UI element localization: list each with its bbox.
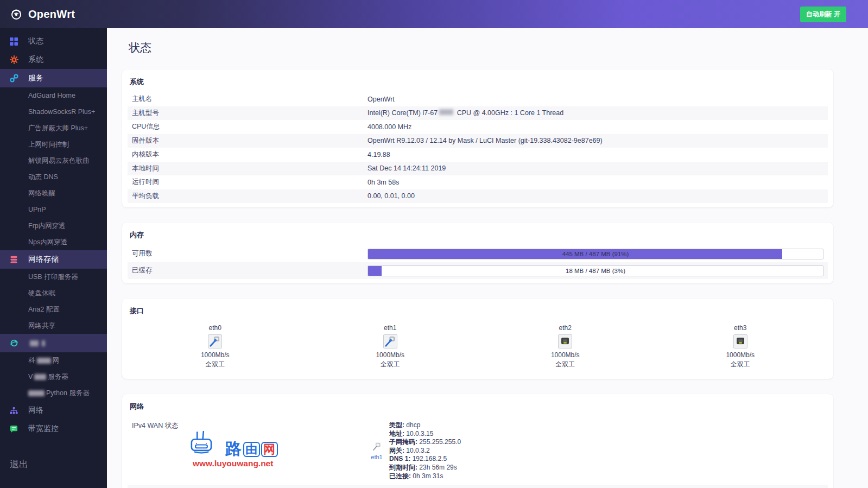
sidebar-item-network[interactable]: 网络 [0,401,107,420]
detail-line: DNS 1192.168.2.5 [389,455,461,464]
sidebar-item-bandwidth-monitor[interactable]: 带宽监控 [0,420,107,438]
sidebar-item-adblock-master[interactable]: 广告屏蔽大师 Plus+ [0,120,107,136]
sidebar-item-label: 网络存储 [28,255,59,264]
table-row: 内核版本 4.19.88 [128,148,828,162]
sidebar-item-network-share[interactable]: 网络共享 [0,318,107,334]
interface-eth2[interactable]: eth2 1000Mb/s 全双工 [478,324,653,369]
sidebar-item-censored-service[interactable] [0,334,107,352]
system-table: 主机名 OpenWrt 主机型号 Intel(R) Core(TM) i7-67… [128,92,828,203]
main-content: 状态 系统 主机名 OpenWrt 主机型号 Intel(R) Core(TM)… [107,28,868,488]
wan-ethernet-icon [372,446,382,453]
ipv6-wan-row: IPv6 WAN 状态 未连接 [128,485,828,488]
censored-text [37,358,51,364]
sidebar-item-time-control[interactable]: 上网时间控制 [0,136,107,153]
interface-eth0[interactable]: eth0 1000Mb/s 全双工 [128,324,303,369]
censored-text [42,340,45,346]
table-row: 本地时间 Sat Dec 14 14:24:11 2019 [128,162,828,176]
brand-title: OpenWrt [28,8,75,21]
router-icon [189,430,223,457]
interfaces-card: 接口 eth0 1000Mb/s 全双工 eth1 [122,299,833,379]
ethernet-port-icon [558,334,572,348]
interface-eth3[interactable]: eth3 1000Mb/s 全双工 [653,324,828,369]
link-icon [9,74,18,83]
table-row: 固件版本 OpenWrt R9.12.03 / 12.14 by Mask / … [128,134,828,148]
memory-card-title: 内存 [128,229,828,245]
sidebar-item-censored-sub-1[interactable]: 科 网 [0,352,107,369]
sidebar-item-shadowsocksr[interactable]: ShadowSocksR Plus+ [0,104,107,120]
logout-button[interactable]: 退出 [0,458,28,471]
interfaces-grid: eth0 1000Mb/s 全双工 eth1 [128,321,828,375]
sidebar-item-label: 带宽监控 [28,424,59,434]
ipv4-wan-status: eth1 类型dhcp 地址10.0.3.15 子网掩码255.255.255.… [368,421,461,480]
interfaces-card-title: 接口 [128,305,828,321]
sidebar: 状态 系统 服务 AdGuard Home ShadowSocksR Plus+… [0,28,107,488]
censored-text [30,340,39,346]
globe-icon [9,339,18,348]
sidebar-item-ddns[interactable]: 动态 DNS [0,169,107,185]
ipv4-details: 类型dhcp 地址10.0.3.15 子网掩码255.255.255.0 网关1… [389,421,461,480]
sidebar-item-adguard-home[interactable]: AdGuard Home [0,87,107,104]
detail-line: 已连接0h 3m 31s [389,472,461,481]
sitemap-icon [9,406,18,415]
sidebar-item-nps[interactable]: Nps内网穿透 [0,234,107,250]
sidebar-item-frp[interactable]: Frp内网穿透 [0,218,107,234]
gear-icon [9,55,18,65]
comment-icon [9,424,18,434]
table-row: CPU信息 4008.000 MHz [128,120,828,134]
memory-free-progressbar: 445 MB / 487 MB (91%) [368,249,823,259]
sidebar-item-services[interactable]: 服务 [0,69,107,87]
network-card-title: 网络 [128,401,828,417]
system-card-title: 系统 [128,76,828,92]
sidebar-item-censored-sub-2[interactable]: V 服务器 [0,369,107,385]
ethernet-plugged-icon [208,334,222,348]
table-row: 运行时间 0h 3m 58s [128,175,828,189]
database-icon [9,255,18,264]
memory-card: 内存 可用数 445 MB / 487 MB (91%) 已缓存 18 MB /… [122,223,833,283]
memory-table: 可用数 445 MB / 487 MB (91%) 已缓存 18 MB / 48… [128,245,828,279]
sidebar-item-label: 状态 [28,36,43,46]
sidebar-item-upnp[interactable]: UPnP [0,201,107,218]
table-row: 可用数 445 MB / 487 MB (91%) [128,245,828,262]
sidebar-item-label: 服务 [28,73,43,83]
interface-eth1[interactable]: eth1 1000Mb/s 全双工 [303,324,478,369]
sidebar-item-aria2[interactable]: Aria2 配置 [0,301,107,318]
sidebar-item-censored-sub-3[interactable]: Python 服务器 [0,385,107,401]
ethernet-port-icon [733,334,747,348]
topbar: OpenWrt 自动刷新 开 [0,0,868,28]
grid-icon [9,37,18,46]
auto-refresh-button[interactable]: 自动刷新 开 [800,7,846,22]
sidebar-item-hdd-idle[interactable]: 硬盘休眠 [0,285,107,301]
sidebar-item-nas[interactable]: 网络存储 [0,250,107,269]
censored-text [439,109,453,115]
sidebar-item-label: 系统 [28,55,43,65]
censored-text [28,390,45,396]
sidebar-item-label: 网络 [28,405,43,415]
sidebar-item-system[interactable]: 系统 [0,50,107,69]
wan-interface-label[interactable]: eth1 [368,454,386,460]
ethernet-plugged-icon [383,334,397,348]
watermark-url: www.luyouwang.net [193,459,314,468]
table-row: 平均负载 0.00, 0.01, 0.00 [128,189,828,204]
memory-cached-progressbar: 18 MB / 487 MB (3%) [368,265,823,276]
openwrt-logo-icon [9,7,23,21]
progress-text: 18 MB / 487 MB (3%) [368,266,823,276]
page-title: 状态 [129,40,868,55]
watermark-text: 路由网 [225,441,278,457]
detail-line: 地址10.0.3.15 [389,430,461,439]
system-card: 系统 主机名 OpenWrt 主机型号 Intel(R) Core(TM) i7… [122,69,833,207]
table-row: 主机名 OpenWrt [128,92,828,106]
detail-line: 子网掩码255.255.255.0 [389,438,461,447]
detail-line: 类型dhcp [389,421,461,430]
censored-text [34,374,46,380]
table-row: 已缓存 18 MB / 487 MB (3%) [128,262,828,279]
sidebar-item-status[interactable]: 状态 [0,32,107,50]
sidebar-item-wol[interactable]: 网络唤醒 [0,185,107,201]
sidebar-item-unlock-netease[interactable]: 解锁网易云灰色歌曲 [0,153,107,169]
detail-line: 到期时间23h 56m 29s [389,464,461,472]
progress-text: 445 MB / 487 MB (91%) [368,249,823,259]
detail-line: 网关10.0.3.2 [389,447,461,455]
sidebar-item-usb-print[interactable]: USB 打印服务器 [0,269,107,285]
brand[interactable]: OpenWrt [0,7,75,21]
watermark: 路由网 www.luyouwang.net [189,430,314,468]
table-row: 主机型号 Intel(R) Core(TM) i7-67 CPU @ 4.00G… [128,106,828,121]
